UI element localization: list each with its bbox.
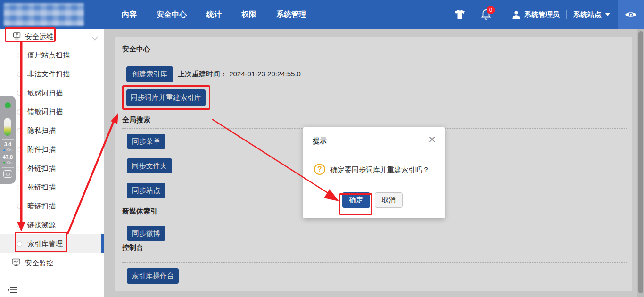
sidebar-item-label: 错敏词扫描 xyxy=(27,107,63,116)
status-dot-icon xyxy=(5,102,11,108)
topbar-separator xyxy=(505,10,505,19)
sidebar-item-attachment-scan[interactable]: 附件扫描 xyxy=(0,140,104,159)
dialog-footer: 确定 取消 xyxy=(303,191,445,217)
chevron-down-icon[interactable] xyxy=(91,34,98,42)
sidebar-collapse-icon[interactable] xyxy=(8,285,18,295)
confirm-button[interactable]: 确定 xyxy=(342,192,370,208)
nav-item-content[interactable]: 内容 xyxy=(122,10,137,20)
widget-divider xyxy=(2,139,14,140)
download-arrow-icon xyxy=(3,162,6,164)
radio-circle-icon xyxy=(17,241,22,247)
sidebar-item-external-link-scan[interactable]: 外链扫描 xyxy=(0,159,104,178)
site-selector-label: 系统站点 xyxy=(573,10,602,19)
sidebar-item-label: 死链扫描 xyxy=(27,183,56,192)
sidebar-group-security-ops[interactable]: 安全运维 xyxy=(0,30,104,43)
notification-bell-icon[interactable]: 0 xyxy=(481,9,491,20)
monitor-chart-icon xyxy=(12,258,20,268)
cancel-button[interactable]: 取消 xyxy=(375,192,403,208)
top-navigation-bar: 内容 安全中心 统计 权限 系统管理 0 系统管理员 系统站点 xyxy=(0,0,644,29)
radio-circle-icon xyxy=(17,128,22,133)
sidebar-item-label: 隐私扫描 xyxy=(27,126,56,135)
sidebar-item-label: 链接溯源 xyxy=(27,221,56,230)
theme-tshirt-icon[interactable] xyxy=(454,10,465,19)
radio-circle-icon xyxy=(17,109,22,115)
upload-speed-value: 3.4 xyxy=(0,141,16,147)
sidebar-item-label: 附件扫描 xyxy=(27,145,56,154)
radio-circle-icon xyxy=(17,204,22,209)
topbar-right-tools: 0 系统管理员 系统站点 xyxy=(454,0,644,29)
sidebar-item-privacy-scan[interactable]: 隐私扫描 xyxy=(0,121,104,140)
sidebar-item-zombie-site-scan[interactable]: 僵尸站点扫描 xyxy=(0,46,104,65)
sidebar-item-label: 非法文件扫描 xyxy=(27,70,70,79)
sidebar-item-security-monitor[interactable]: 安全监控 xyxy=(0,254,104,272)
dialog-body: ? 确定要同步词库并重建索引吗？ xyxy=(303,153,445,191)
nav-item-permissions[interactable]: 权限 xyxy=(241,10,256,20)
upload-speed-unit: K/s xyxy=(0,148,16,152)
radio-circle-icon xyxy=(17,185,22,190)
confirm-dialog: 提示 ✕ ? 确定要同步词库并重建索引吗？ 确定 取消 xyxy=(303,127,445,218)
radio-circle-icon xyxy=(17,72,22,77)
radio-circle-icon xyxy=(17,91,22,96)
upload-arrow-icon xyxy=(3,149,6,151)
sidebar-item-label: 外链扫描 xyxy=(27,164,56,173)
progress-capsule-icon xyxy=(4,118,11,136)
chevron-down-icon xyxy=(605,13,610,16)
sidebar-item-label: 敏感词扫描 xyxy=(27,89,63,98)
widget-divider xyxy=(2,167,14,168)
sidebar-item-label: 僵尸站点扫描 xyxy=(27,51,70,60)
site-selector-dropdown[interactable]: 系统站点 xyxy=(573,10,610,19)
download-manager-widget[interactable]: 3.4 K/s 47.8 K/s xyxy=(0,96,16,184)
nav-item-statistics[interactable]: 统计 xyxy=(206,10,222,20)
radio-circle-icon xyxy=(17,166,22,171)
dialog-title: 提示 xyxy=(313,137,327,146)
user-name-label: 系统管理员 xyxy=(524,10,560,19)
sidebar-menu: 安全运维 僵尸站点扫描 非法文件扫描 敏感词扫描 错敏词扫描 xyxy=(0,29,104,297)
nav-item-security-center[interactable]: 安全中心 xyxy=(157,10,187,20)
radio-circle-icon xyxy=(17,223,22,228)
sidebar-divider xyxy=(0,280,104,280)
screenshot-camera-icon[interactable] xyxy=(3,170,12,178)
sidebar-item-sensitive-word-scan[interactable]: 敏感词扫描 xyxy=(0,83,104,102)
sidebar-item-hidden-link-scan[interactable]: 暗链扫描 xyxy=(0,197,104,215)
download-speed-unit: K/s xyxy=(0,160,16,165)
app-logo[interactable] xyxy=(4,3,84,26)
sidebar-item-label: 安全监控 xyxy=(25,259,53,268)
sidebar-submenu: 僵尸站点扫描 非法文件扫描 敏感词扫描 错敏词扫描 隐私扫描 附件扫描 xyxy=(0,46,104,253)
current-user[interactable]: 系统管理员 xyxy=(512,10,560,19)
widget-divider xyxy=(2,113,14,113)
sidebar-item-label: 索引库管理 xyxy=(27,239,63,248)
sidebar-item-typo-word-scan[interactable]: 错敏词扫描 xyxy=(0,102,104,121)
download-speed-value: 47.8 xyxy=(0,154,16,160)
user-icon xyxy=(512,10,520,19)
sidebar-item-index-library-management[interactable]: 索引库管理 xyxy=(0,234,104,253)
sidebar-item-label: 暗链扫描 xyxy=(27,202,56,211)
dialog-message: 确定要同步词库并重建索引吗？ xyxy=(330,165,429,174)
dialog-header: 提示 ✕ xyxy=(303,127,445,153)
question-warning-icon: ? xyxy=(314,164,325,175)
app-window: 内容 安全中心 统计 权限 系统管理 0 系统管理员 系统站点 xyxy=(0,0,644,297)
eye-icon xyxy=(625,11,637,18)
main-nav: 内容 安全中心 统计 权限 系统管理 xyxy=(122,0,306,29)
preview-eye-button[interactable] xyxy=(618,0,644,29)
notification-badge: 0 xyxy=(487,6,495,14)
close-icon[interactable]: ✕ xyxy=(428,135,436,144)
security-ops-badge-icon xyxy=(13,32,21,42)
sidebar-item-dead-link-scan[interactable]: 死链扫描 xyxy=(0,178,104,197)
topbar-separator xyxy=(566,10,567,19)
sidebar-group-label: 安全运维 xyxy=(25,33,53,41)
radio-circle-icon xyxy=(17,53,22,58)
nav-item-system-management[interactable]: 系统管理 xyxy=(276,10,306,20)
sidebar-item-illegal-file-scan[interactable]: 非法文件扫描 xyxy=(0,65,104,83)
radio-circle-icon xyxy=(17,147,22,152)
sidebar-item-link-trace[interactable]: 链接溯源 xyxy=(0,215,104,234)
